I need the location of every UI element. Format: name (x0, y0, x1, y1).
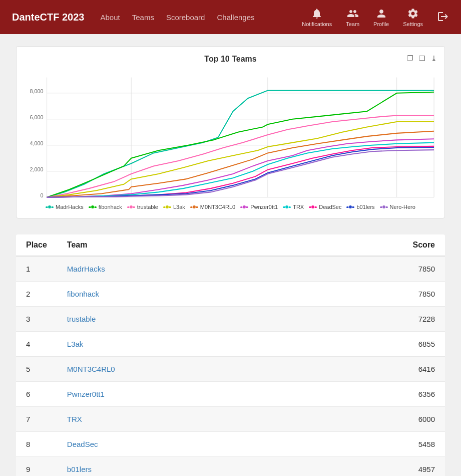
cell-place: 4 (16, 332, 57, 357)
col-team: Team (57, 234, 385, 256)
legend-b01lers: b01lers (346, 204, 374, 210)
download-icon[interactable]: ⤓ (429, 54, 438, 63)
nav-profile[interactable]: Profile (373, 8, 389, 27)
legend-m0nt3c4rl0: M0NT3C4RL0 (190, 204, 235, 210)
team-label: Team (346, 21, 359, 27)
table-row: 4L3ak6855 (16, 332, 445, 357)
cell-place: 3 (16, 307, 57, 332)
table-row: 7TRX6000 (16, 407, 445, 432)
expand-icon[interactable]: ❐ (405, 54, 414, 63)
cell-place: 2 (16, 282, 57, 307)
cell-team[interactable]: L3ak (57, 332, 385, 357)
bell-icon (311, 8, 323, 20)
table-header: Place Team Score (16, 234, 445, 256)
col-place: Place (16, 234, 57, 256)
chart-container: Top 10 Teams ❐ ❑ ⤓ 0 2,000 4,000 6,000 8… (16, 46, 445, 218)
team-icon (347, 8, 359, 20)
table-body: 1MadrHacks78502fibonhack78503trustable72… (16, 256, 445, 476)
nav-scoreboard[interactable]: Scoreboard (166, 13, 205, 22)
cell-place: 1 (16, 256, 57, 282)
cell-team[interactable]: trustable (57, 307, 385, 332)
table-row: 3trustable7228 (16, 307, 445, 332)
cell-team[interactable]: DeadSec (57, 432, 385, 457)
cell-score: 6356 (385, 382, 445, 407)
brand-logo: DanteCTF 2023 (12, 12, 85, 23)
settings-label: Settings (403, 21, 423, 27)
legend-trustable: trustable (127, 204, 158, 210)
legend-madrhacks: MadrHacks (46, 204, 84, 210)
table-row: 5M0NT3C4RL06416 (16, 357, 445, 382)
cell-place: 7 (16, 407, 57, 432)
profile-icon (375, 8, 387, 20)
table-row: 1MadrHacks7850 (16, 256, 445, 282)
legend-nero-hero: Nero-Hero (380, 204, 415, 210)
cell-team[interactable]: MadrHacks (57, 256, 385, 282)
cell-score: 6855 (385, 332, 445, 357)
cell-team[interactable]: b01lers (57, 457, 385, 477)
table-row: 2fibonhack7850 (16, 282, 445, 307)
nav-notifications[interactable]: Notifications (302, 8, 332, 27)
cell-score: 7850 (385, 282, 445, 307)
svg-text:2,000: 2,000 (30, 166, 43, 172)
cell-team[interactable]: TRX (57, 407, 385, 432)
line-l3ak (47, 122, 434, 197)
nav-challenges[interactable]: Challenges (217, 13, 254, 22)
col-score: Score (385, 234, 445, 256)
navbar: DanteCTF 2023 About Teams Scoreboard Cha… (0, 0, 461, 34)
nav-icon-group: Notifications Team Profile Settings (302, 8, 449, 27)
legend-pwnzer0tt1: Pwnzer0tt1 (240, 204, 278, 210)
table-row: 8DeadSec5458 (16, 432, 445, 457)
legend-trx: TRX (283, 204, 304, 210)
cell-place: 6 (16, 382, 57, 407)
cell-place: 5 (16, 357, 57, 382)
legend-l3ak: L3ak (163, 204, 185, 210)
notifications-label: Notifications (302, 21, 332, 27)
legend-fibonhack: fibonhack (89, 204, 122, 210)
line-b01lers (47, 147, 434, 197)
table-row: 6Pwnzer0tt16356 (16, 382, 445, 407)
chart-controls: ❐ ❑ ⤓ (405, 54, 438, 63)
svg-text:8,000: 8,000 (30, 88, 43, 94)
nav-logout[interactable] (437, 11, 449, 24)
cell-place: 8 (16, 432, 57, 457)
chart-area: 0 2,000 4,000 6,000 8,000 06-02 (25, 70, 436, 200)
svg-text:6,000: 6,000 (30, 114, 43, 120)
chart-legend: MadrHacks fibonhack trustable L3ak M0NT3… (25, 204, 436, 210)
main-content: Top 10 Teams ❐ ❑ ⤓ 0 2,000 4,000 6,000 8… (0, 34, 461, 476)
scoreboard-table: Place Team Score 1MadrHacks78502fibonhac… (16, 234, 445, 476)
nav-teams[interactable]: Teams (132, 13, 154, 22)
cell-score: 7228 (385, 307, 445, 332)
cell-score: 6416 (385, 357, 445, 382)
chart-svg: 0 2,000 4,000 6,000 8,000 06-02 (25, 70, 436, 200)
cell-score: 5458 (385, 432, 445, 457)
legend-deadsec: DeadSec (309, 204, 341, 210)
cell-place: 9 (16, 457, 57, 477)
window-icon[interactable]: ❑ (417, 54, 426, 63)
nav-about[interactable]: About (101, 13, 120, 22)
svg-text:4,000: 4,000 (30, 140, 43, 146)
cell-team[interactable]: M0NT3C4RL0 (57, 357, 385, 382)
nav-links: About Teams Scoreboard Challenges (101, 13, 302, 22)
cell-score: 7850 (385, 256, 445, 282)
profile-label: Profile (373, 21, 389, 27)
cell-score: 4957 (385, 457, 445, 477)
chart-title: Top 10 Teams (25, 55, 436, 64)
cell-team[interactable]: Pwnzer0tt1 (57, 382, 385, 407)
nav-team[interactable]: Team (346, 8, 359, 27)
nav-settings[interactable]: Settings (403, 8, 423, 27)
cell-score: 6000 (385, 407, 445, 432)
svg-text:0: 0 (41, 192, 44, 198)
settings-icon (407, 8, 419, 20)
table-row: 9b01lers4957 (16, 457, 445, 477)
logout-icon (437, 11, 449, 23)
scoreboard-table-container: Place Team Score 1MadrHacks78502fibonhac… (16, 234, 445, 476)
cell-team[interactable]: fibonhack (57, 282, 385, 307)
